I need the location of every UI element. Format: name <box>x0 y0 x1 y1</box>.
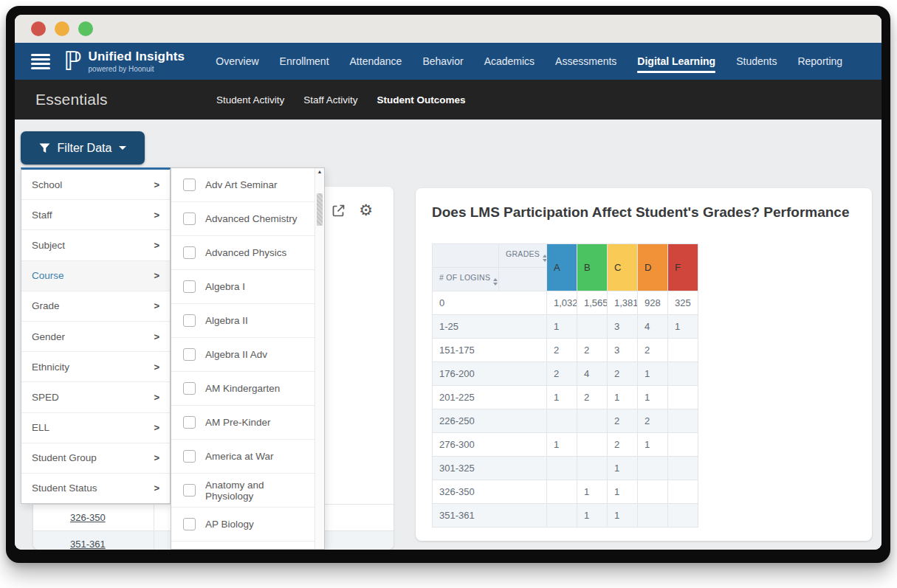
sub-tab[interactable]: Staff Activity <box>303 94 357 106</box>
filter-categories-panel: School Staff Subject <box>21 167 171 504</box>
filter-data-button[interactable]: Filter Data <box>21 131 145 165</box>
empty-header-cell <box>499 268 547 291</box>
filter-category-item[interactable]: Student Status <box>21 474 170 503</box>
checkbox[interactable] <box>183 348 196 361</box>
filter-option-label: Algebra II Adv <box>205 349 267 360</box>
filter-option-item[interactable]: Advanced Chemistry <box>171 202 315 236</box>
checkbox[interactable] <box>183 179 196 191</box>
filter-category-item[interactable]: ELL <box>21 413 170 443</box>
grade-count-cell <box>577 433 608 457</box>
filter-category-label: Grade <box>32 300 60 311</box>
menu-icon[interactable] <box>31 54 50 69</box>
grade-count-cell: 1 <box>577 480 608 504</box>
login-range-cell: 301-325 <box>433 457 547 480</box>
filter-option-label: Advanced Physics <box>205 247 286 258</box>
filter-funnel-icon <box>39 143 50 153</box>
checkbox[interactable] <box>183 212 196 225</box>
login-range-link[interactable]: 351-361 <box>70 539 106 550</box>
grade-count-cell: 2 <box>608 362 638 386</box>
nav-link[interactable]: Enrollment <box>280 49 329 73</box>
grade-count-cell: 2 <box>547 339 577 362</box>
filter-option-item[interactable]: Adv Art Seminar <box>171 168 315 202</box>
grade-count-cell: 1 <box>577 504 608 528</box>
checkbox[interactable] <box>183 314 196 327</box>
nav-link[interactable]: Reporting <box>797 49 842 73</box>
checkbox[interactable] <box>183 518 196 530</box>
window-content: ℙ Unified Insights powered by Hoonuit Ov… <box>15 15 881 550</box>
filter-category-label: Student Group <box>32 452 97 463</box>
scroll-up-arrow-icon[interactable]: ▲ <box>315 169 324 179</box>
gear-icon[interactable]: ⚙ <box>359 203 373 218</box>
filter-category-item[interactable]: Grade <box>21 291 170 322</box>
grade-count-cell <box>547 457 577 480</box>
filter-option-item[interactable]: AM Kindergarten <box>171 372 315 406</box>
traffic-lights <box>31 21 93 36</box>
grade-count-cell <box>547 504 577 528</box>
nav-link[interactable]: Academics <box>484 49 535 73</box>
checkbox[interactable] <box>183 416 196 429</box>
filter-option-item[interactable]: America at War <box>171 440 315 474</box>
filter-option-item[interactable]: AP Biology <box>171 508 315 542</box>
sub-tab[interactable]: Student Activity <box>216 94 284 106</box>
nav-link[interactable]: Digital Learning <box>637 49 715 73</box>
filter-category-item[interactable]: Subject <box>21 230 170 260</box>
filter-option-item[interactable]: Advanced Physics <box>171 236 315 270</box>
grade-count-cell: 1 <box>638 386 668 409</box>
grade-column-header: A <box>547 244 577 291</box>
login-range-cell: 326-350 <box>433 480 547 504</box>
logins-sort-header[interactable]: # OF LOGINS <box>433 268 499 291</box>
filter-category-item[interactable]: SPED <box>21 382 170 412</box>
checkbox[interactable] <box>183 484 196 497</box>
grade-count-cell: 2 <box>547 362 577 386</box>
filter-category-item[interactable]: Student Group <box>21 443 170 474</box>
checkbox[interactable] <box>183 450 196 463</box>
filter-option-item[interactable]: AM Pre-Kinder <box>171 406 315 440</box>
filter-category-label: SPED <box>32 392 59 403</box>
traffic-light-button[interactable] <box>31 21 46 36</box>
grades-table-row: 351-36111 <box>433 504 698 528</box>
checkbox[interactable] <box>183 382 196 395</box>
grade-count-cell <box>638 457 668 480</box>
login-range-link[interactable]: 326-350 <box>70 512 106 523</box>
chevron-right-icon <box>154 482 159 494</box>
traffic-light-button[interactable] <box>78 21 93 36</box>
filter-option-label: Anatomy and Physiology <box>205 480 315 502</box>
filter-category-label: School <box>32 179 62 190</box>
grades-sort-header[interactable]: GRADES <box>499 244 547 268</box>
export-icon[interactable] <box>331 204 346 218</box>
grade-count-cell <box>668 504 698 528</box>
grade-count-cell: 2 <box>577 339 608 362</box>
filter-option-item[interactable]: Algebra II <box>171 304 315 338</box>
powerschool-logo-icon: ℙ <box>63 49 82 74</box>
filter-category-item[interactable]: Staff <box>21 200 170 230</box>
grade-column-header: F <box>668 244 698 291</box>
report-title: Does LMS Participation Affect Student's … <box>432 204 850 221</box>
grade-count-cell: 3 <box>608 339 638 362</box>
grade-count-cell: 325 <box>668 291 698 315</box>
grade-count-cell: 3 <box>608 315 638 339</box>
filter-category-item[interactable]: Gender <box>21 322 170 352</box>
nav-link[interactable]: Students <box>736 49 777 73</box>
filter-option-item[interactable]: Algebra II Adv <box>171 338 315 372</box>
filter-option-item[interactable]: Anatomy and Physiology <box>171 474 315 508</box>
grade-column-header: D <box>638 244 668 291</box>
filter-category-item[interactable]: Course <box>21 261 170 291</box>
filter-category-label: ELL <box>32 422 49 433</box>
filter-category-item[interactable]: Ethnicity <box>21 352 170 382</box>
filter-option-label: AP Biology <box>205 519 254 530</box>
filter-option-item[interactable]: Algebra I <box>171 270 315 304</box>
checkbox[interactable] <box>183 246 196 259</box>
traffic-light-button[interactable] <box>55 21 69 36</box>
nav-link[interactable]: Attendance <box>350 49 402 73</box>
filter-option-label: Algebra II <box>205 315 248 326</box>
brand-title: Unified Insights <box>89 49 185 64</box>
nav-link[interactable]: Assessments <box>555 49 616 73</box>
filter-category-item[interactable]: School <box>21 170 170 200</box>
filter-option-label: AM Pre-Kinder <box>205 417 271 428</box>
nav-link[interactable]: Behavior <box>422 49 463 73</box>
nav-link[interactable]: Overview <box>216 49 258 73</box>
checkbox[interactable] <box>183 280 196 293</box>
scrollbar[interactable]: ▲ <box>315 168 324 549</box>
scrollbar-thumb[interactable] <box>317 193 323 226</box>
sub-tab[interactable]: Student Outcomes <box>377 94 466 106</box>
